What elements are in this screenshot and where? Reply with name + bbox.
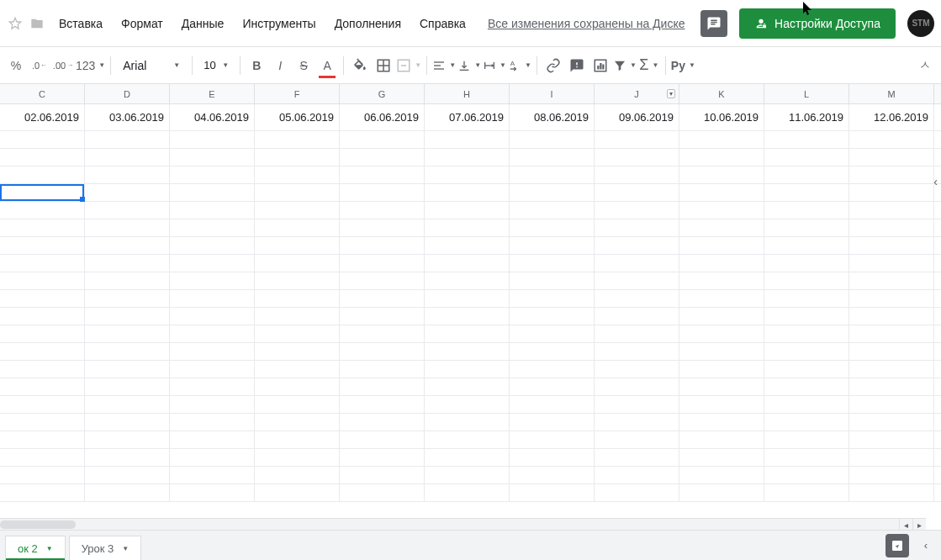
cell[interactable] [849,219,934,236]
cell[interactable] [679,237,764,254]
cell[interactable] [340,290,425,307]
cell[interactable] [764,131,849,148]
cell[interactable] [340,219,425,236]
cell[interactable] [510,166,595,183]
column-header-F[interactable]: F [255,84,340,103]
cell[interactable] [340,343,425,360]
cell[interactable] [255,149,340,166]
cell[interactable] [340,131,425,148]
cell[interactable] [595,255,679,272]
cell[interactable] [255,219,340,236]
insert-link-button[interactable] [542,55,564,77]
side-panel-toggle[interactable]: ‹ [933,175,938,188]
cell[interactable] [849,396,934,413]
cell[interactable] [255,166,340,183]
cell[interactable] [425,378,510,395]
cell[interactable]: 02.06.2019 [0,104,85,130]
cell[interactable]: 12.06.2019 [849,104,934,130]
cell[interactable] [595,149,679,166]
cell[interactable] [510,396,595,413]
cell[interactable] [764,431,849,448]
merge-cells-button[interactable]: ▼ [396,55,421,77]
cell[interactable] [595,484,679,501]
cell[interactable] [679,449,764,466]
cell[interactable] [679,149,764,166]
cell[interactable] [340,396,425,413]
italic-button[interactable]: I [269,55,291,77]
cell[interactable] [425,219,510,236]
cell[interactable] [170,237,255,254]
column-header-D[interactable]: D [85,84,170,103]
cell[interactable] [595,414,679,431]
cell[interactable] [85,219,170,236]
cell[interactable] [170,396,255,413]
cell[interactable] [679,343,764,360]
cell[interactable] [679,290,764,307]
cell[interactable] [679,219,764,236]
cell[interactable] [170,484,255,501]
cell[interactable] [255,184,340,201]
cell[interactable] [764,184,849,201]
cell[interactable] [595,361,679,378]
cell[interactable] [0,290,85,307]
cell[interactable] [340,184,425,201]
cell[interactable] [764,396,849,413]
cell[interactable] [85,343,170,360]
text-rotation-button[interactable]: A▼ [508,55,531,77]
cell[interactable] [170,202,255,219]
cell[interactable] [679,414,764,431]
cell[interactable] [764,378,849,395]
cell[interactable] [764,202,849,219]
cell[interactable] [510,467,595,483]
save-status[interactable]: Все изменения сохранены на Диске [488,17,685,30]
scroll-left-icon[interactable]: ◂ [899,519,912,531]
cell[interactable] [425,414,510,431]
cell[interactable] [340,378,425,395]
cell[interactable] [849,449,934,466]
cell[interactable] [170,361,255,378]
scroll-right-icon[interactable]: ▸ [912,519,926,531]
cell[interactable] [679,484,764,501]
cell[interactable] [0,219,85,236]
cell[interactable] [679,378,764,395]
cell[interactable] [340,325,425,342]
cell[interactable] [510,343,595,360]
cell[interactable] [595,166,679,183]
cell[interactable] [849,290,934,307]
cell[interactable] [679,467,764,483]
cell[interactable] [425,343,510,360]
cell[interactable] [170,290,255,307]
cell[interactable] [340,149,425,166]
cell[interactable] [679,431,764,448]
format-percent[interactable]: % [5,55,27,77]
cell[interactable] [764,325,849,342]
cell[interactable] [85,166,170,183]
strikethrough-button[interactable]: S [293,55,315,77]
cell[interactable] [170,149,255,166]
cell[interactable] [340,272,425,289]
column-header-J[interactable]: J [595,84,679,103]
cell[interactable] [595,272,679,289]
cell[interactable] [0,396,85,413]
cell[interactable] [425,149,510,166]
cell[interactable] [510,131,595,148]
cell[interactable] [679,202,764,219]
cell[interactable] [0,484,85,501]
cell[interactable] [340,255,425,272]
cell[interactable] [510,184,595,201]
cell[interactable] [170,131,255,148]
cell[interactable] [425,396,510,413]
cell[interactable]: 10.06.2019 [679,104,764,130]
cell[interactable] [85,467,170,483]
insert-chart-button[interactable] [589,55,611,77]
cell[interactable] [510,219,595,236]
cell[interactable] [85,396,170,413]
cell[interactable] [85,449,170,466]
cell[interactable] [0,308,85,325]
cell[interactable] [510,378,595,395]
cell[interactable] [595,202,679,219]
cell[interactable] [0,467,85,483]
cell[interactable] [425,290,510,307]
cell[interactable] [510,361,595,378]
cell[interactable] [595,219,679,236]
